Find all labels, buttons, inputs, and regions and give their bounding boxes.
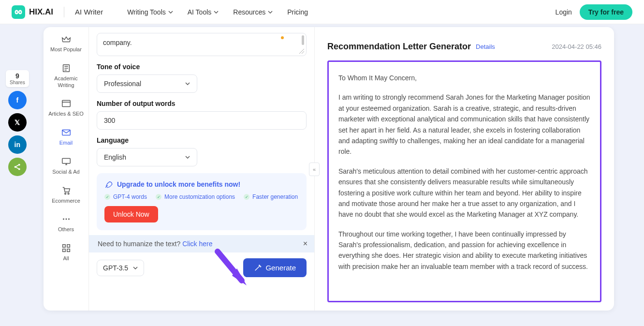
- sidebar-item-academic[interactable]: Academic Writing: [44, 58, 88, 94]
- generated-letter: To Whom It May Concern, I am writing to …: [327, 60, 601, 302]
- nav-resources[interactable]: Resources: [233, 8, 273, 16]
- svg-rect-18: [62, 249, 65, 252]
- svg-rect-10: [62, 158, 70, 163]
- context-textarea[interactable]: company.: [97, 33, 307, 56]
- more-share-button[interactable]: [8, 158, 27, 176]
- svg-rect-19: [67, 249, 70, 252]
- status-dot: [281, 36, 284, 39]
- share-sidebar: 9 Shares f 𝕏 in: [6, 70, 29, 176]
- svg-point-13: [63, 219, 64, 220]
- linkedin-share-button[interactable]: in: [8, 135, 27, 154]
- generate-button[interactable]: Generate: [243, 258, 307, 277]
- sidebar-item-all[interactable]: All: [44, 238, 88, 267]
- monitor-icon: [61, 156, 72, 167]
- letter-paragraph: Sarah's meticulous attention to detail c…: [338, 166, 590, 220]
- chevron-down-icon: [168, 11, 173, 14]
- linkedin-icon: in: [15, 141, 20, 148]
- svg-point-2: [16, 11, 17, 13]
- crown-icon: [61, 34, 72, 44]
- language-select[interactable]: English: [97, 148, 197, 166]
- sidebar-item-email[interactable]: Email: [44, 122, 88, 151]
- wand-icon: [254, 264, 262, 272]
- email-icon: [61, 127, 72, 138]
- details-link[interactable]: Details: [476, 43, 495, 50]
- try-free-button[interactable]: Try for free: [580, 4, 632, 20]
- humanize-banner: Need to humanize the text? Click here ×: [89, 235, 314, 252]
- tone-select[interactable]: Professional: [97, 74, 197, 93]
- share-count: 9: [10, 72, 25, 80]
- svg-rect-16: [62, 245, 65, 248]
- share-label: Shares: [10, 80, 25, 85]
- check-icon: ✓: [104, 194, 110, 200]
- dots-icon: [61, 214, 72, 224]
- top-nav: Writing Tools AI Tools Resources Pricing: [127, 8, 308, 16]
- svg-rect-17: [67, 245, 70, 248]
- svg-point-3: [19, 11, 21, 13]
- resize-handle-icon[interactable]: [298, 48, 305, 55]
- upgrade-title: Upgrade to unlock more benefits now!: [117, 180, 240, 188]
- unlock-button[interactable]: Unlock Now: [104, 206, 158, 222]
- chevron-down-icon: [133, 267, 138, 269]
- svg-point-12: [68, 193, 69, 194]
- top-navbar: HIX.AI AI Writer Writing Tools AI Tools …: [0, 0, 644, 24]
- nav-writing-tools[interactable]: Writing Tools: [127, 8, 173, 16]
- words-label: Number of output words: [97, 100, 307, 107]
- facebook-icon: f: [16, 96, 19, 104]
- facebook-share-button[interactable]: f: [8, 91, 27, 109]
- main-card: Most Popular Academic Writing Articles &…: [44, 27, 614, 311]
- check-icon: ✓: [156, 194, 161, 200]
- share-icon: [13, 163, 22, 171]
- svg-rect-8: [62, 101, 70, 107]
- nav-ai-tools[interactable]: AI Tools: [188, 8, 219, 16]
- share-count-box: 9 Shares: [6, 70, 29, 87]
- collapse-toggle[interactable]: «: [309, 163, 320, 176]
- category-sidebar: Most Popular Academic Writing Articles &…: [44, 27, 89, 311]
- sidebar-item-others[interactable]: Others: [44, 209, 88, 238]
- letter-paragraph: To Whom It May Concern,: [338, 73, 590, 83]
- close-icon[interactable]: ×: [303, 239, 307, 248]
- grid-icon: [61, 243, 72, 253]
- nav-pricing[interactable]: Pricing: [287, 8, 308, 16]
- output-timestamp: 2024-04-22 05:46: [552, 43, 601, 50]
- form-pane: company. Tone of voice Professional Numb…: [89, 27, 314, 311]
- chevron-down-icon: [185, 156, 190, 159]
- model-select[interactable]: GPT-3.5: [97, 260, 144, 276]
- scrollbar[interactable]: [302, 35, 304, 45]
- svg-point-15: [68, 219, 70, 220]
- upgrade-card: Upgrade to unlock more benefits now! ✓GP…: [97, 173, 307, 230]
- cart-icon: [61, 185, 72, 196]
- brand-name: HIX.AI: [29, 7, 53, 17]
- document-icon: [61, 63, 72, 74]
- humanize-text: Need to humanize the text?: [98, 240, 180, 248]
- letter-paragraph: I am writing to strongly recommend Sarah…: [338, 92, 590, 157]
- output-title: Recommendation Letter Generator: [327, 42, 471, 52]
- chevron-down-icon: [268, 11, 273, 14]
- brand-subtitle: AI Writer: [75, 8, 103, 16]
- login-link[interactable]: Login: [556, 8, 572, 16]
- svg-point-14: [65, 219, 67, 220]
- brand-logo[interactable]: HIX.AI AI Writer: [12, 5, 103, 19]
- svg-rect-9: [62, 130, 70, 135]
- output-pane: « Recommendation Letter Generator Detail…: [314, 27, 614, 311]
- chevron-down-icon: [185, 82, 190, 85]
- divider: [64, 7, 64, 17]
- browser-icon: [61, 98, 72, 109]
- letter-paragraph: Throughout our time working together, I …: [338, 229, 590, 272]
- words-input[interactable]: 300: [97, 111, 307, 130]
- check-icon: ✓: [244, 194, 249, 200]
- humanize-link[interactable]: Click here: [182, 240, 212, 248]
- sidebar-item-articles[interactable]: Articles & SEO: [44, 93, 88, 122]
- rocket-icon: [104, 180, 113, 189]
- sidebar-item-ecommerce[interactable]: Ecommerce: [44, 180, 88, 209]
- x-share-button[interactable]: 𝕏: [8, 113, 27, 132]
- upgrade-bullet: ✓GPT-4 words: [104, 193, 147, 200]
- language-label: Language: [97, 136, 307, 144]
- svg-point-11: [64, 193, 66, 194]
- tone-label: Tone of voice: [97, 63, 307, 71]
- chevron-down-icon: [214, 11, 219, 14]
- x-icon: 𝕏: [15, 119, 20, 126]
- sidebar-item-social[interactable]: Social & Ad: [44, 151, 88, 180]
- sidebar-item-most-popular[interactable]: Most Popular: [44, 29, 88, 58]
- logo-icon: [12, 5, 25, 19]
- upgrade-bullet: ✓More customization options: [156, 193, 235, 200]
